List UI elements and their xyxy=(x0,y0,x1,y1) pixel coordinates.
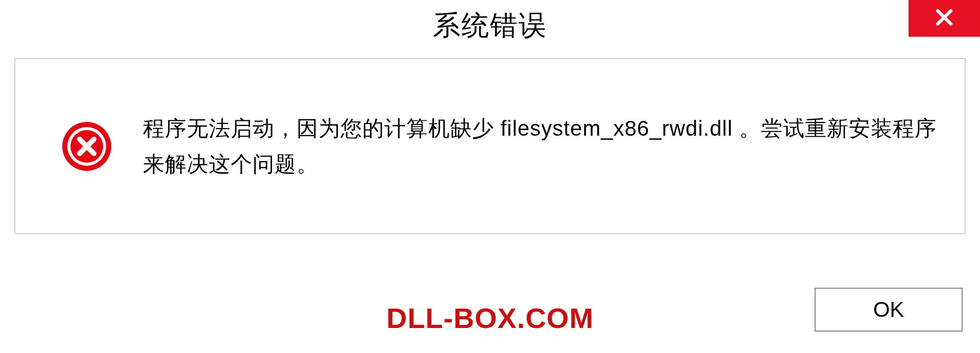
content-panel: 程序无法启动，因为您的计算机缺少 filesystem_x86_rwdi.dll… xyxy=(14,58,966,234)
watermark-text: DLL-BOX.COM xyxy=(386,301,594,335)
dialog-title: 系统错误 xyxy=(433,7,547,44)
close-button[interactable] xyxy=(909,0,980,37)
ok-button[interactable]: OK xyxy=(815,288,963,332)
ok-button-label: OK xyxy=(873,297,904,322)
footer: DLL-BOX.COM OK xyxy=(0,288,980,332)
error-icon xyxy=(61,121,112,172)
titlebar: 系统错误 xyxy=(0,0,980,51)
error-message: 程序无法启动，因为您的计算机缺少 filesystem_x86_rwdi.dll… xyxy=(143,111,944,182)
close-icon xyxy=(933,6,955,31)
